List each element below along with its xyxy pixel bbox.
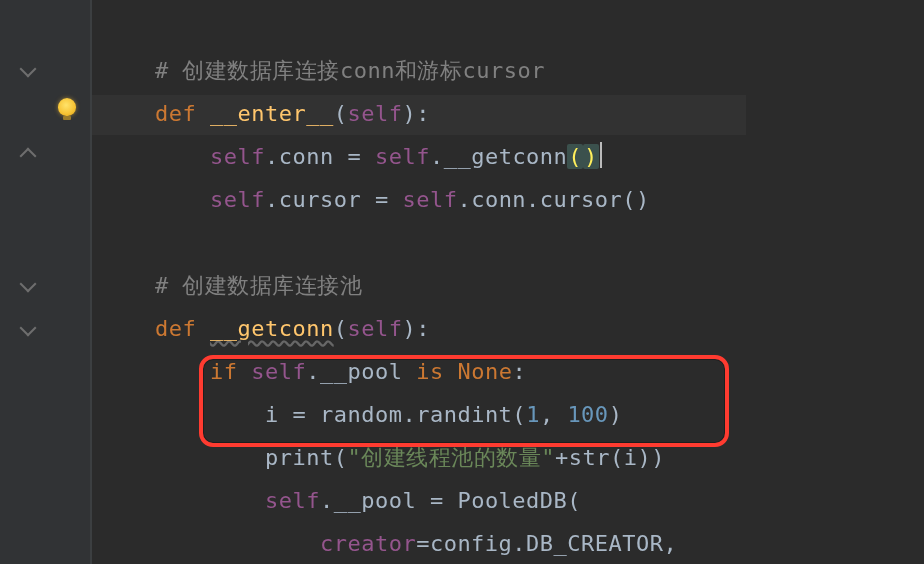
code-text: .conn.cursor() (457, 187, 649, 212)
code-text: (i)) (610, 445, 665, 470)
code-editor[interactable]: # 创建数据库连接conn和游标cursor def __enter__(sel… (0, 0, 924, 564)
code-text: i = random.randint( (265, 402, 526, 427)
string-literal: "创建线程池的数量" (347, 445, 555, 470)
gutter (0, 0, 90, 564)
self-ref: self (251, 359, 306, 384)
punct: ( (334, 316, 348, 341)
fold-marker-icon[interactable] (20, 320, 37, 337)
kwarg-name: creator (320, 531, 416, 556)
code-text (100, 359, 210, 384)
intention-bulb-icon[interactable] (58, 98, 76, 116)
punct: : (512, 359, 526, 384)
self-param: self (347, 101, 402, 126)
code-text: .cursor = (265, 187, 402, 212)
code-text (100, 488, 265, 513)
code-text (100, 58, 155, 83)
code-text (100, 402, 265, 427)
number-literal: 100 (567, 402, 608, 427)
self-ref: self (402, 187, 457, 212)
code-text: .__pool (306, 359, 416, 384)
code-text (100, 273, 155, 298)
code-text (100, 445, 265, 470)
code-text (100, 316, 155, 341)
code-text (100, 531, 320, 556)
code-text (100, 144, 210, 169)
builtin-str: str (569, 445, 610, 470)
punct: ): (402, 316, 430, 341)
code-text: .conn = (265, 144, 375, 169)
matched-paren-close: ) (583, 144, 599, 169)
self-ref: self (210, 144, 265, 169)
comment: # 创建数据库连接池 (155, 273, 363, 298)
fold-marker-icon[interactable] (20, 61, 37, 78)
code-area[interactable]: # 创建数据库连接conn和游标cursor def __enter__(sel… (90, 0, 746, 564)
operator-plus: + (555, 445, 569, 470)
keyword-def: def (155, 316, 196, 341)
code-text: ) (609, 402, 623, 427)
keyword-none: None (444, 359, 513, 384)
code-text: =config.DB_CREATOR, (416, 531, 677, 556)
code-text (196, 316, 210, 341)
number-literal: 1 (526, 402, 540, 427)
matched-paren-open: ( (567, 144, 583, 169)
code-text (196, 101, 210, 126)
function-name: __enter__ (210, 101, 334, 126)
function-name: __getconn (210, 316, 334, 341)
self-param: self (347, 316, 402, 341)
punct: ( (334, 445, 348, 470)
self-ref: self (210, 187, 265, 212)
keyword-def: def (155, 101, 196, 126)
comment: # 创建数据库连接conn和游标cursor (155, 58, 545, 83)
self-ref: self (375, 144, 430, 169)
code-text (100, 187, 210, 212)
text-caret (600, 142, 602, 168)
fold-marker-icon[interactable] (20, 276, 37, 293)
builtin-print: print (265, 445, 334, 470)
fold-end-marker-icon[interactable] (20, 148, 37, 165)
blank-line (100, 230, 114, 255)
keyword-is: is (416, 359, 444, 384)
code-text: , (540, 402, 568, 427)
code-text (237, 359, 251, 384)
punct: ( (334, 101, 348, 126)
code-text: .__getconn (430, 144, 567, 169)
self-ref: self (265, 488, 320, 513)
keyword-if: if (210, 359, 238, 384)
code-text: .__pool = PooledDB( (320, 488, 581, 513)
punct: ): (402, 101, 430, 126)
code-text (100, 101, 155, 126)
